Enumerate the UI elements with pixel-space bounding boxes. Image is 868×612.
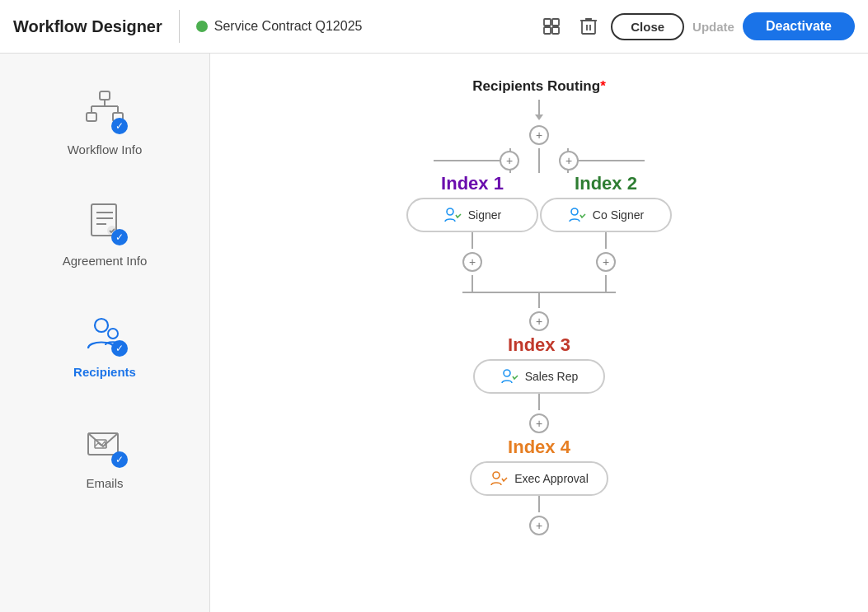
update-button[interactable]: Update — [692, 20, 734, 34]
svg-point-20 — [108, 329, 118, 339]
template-icon — [542, 16, 561, 36]
signer-icon-index1 — [443, 206, 462, 224]
signer-icon-index3 — [500, 367, 518, 385]
svg-rect-3 — [552, 27, 559, 34]
sidebar-item-recipients[interactable]: ✓ Recipients — [0, 301, 209, 387]
agreement-info-icon-container: ✓ — [80, 198, 129, 247]
sidebar-item-agreement-info[interactable]: ✓ Agreement Info — [0, 189, 209, 276]
index1-recipient-label: Signer — [468, 208, 501, 222]
svg-rect-1 — [552, 19, 559, 26]
delete-icon — [579, 16, 598, 36]
workflow-canvas: Recipients Routing* + + — [210, 54, 868, 612]
delete-button[interactable] — [575, 12, 603, 41]
branch-row: + Index 1 Signer — [406, 148, 672, 292]
svg-rect-4 — [582, 21, 595, 34]
add-after-index2[interactable]: + — [596, 252, 616, 272]
sidebar-item-workflow-info[interactable]: ✓ Workflow Info — [0, 78, 209, 165]
sidebar-item-agreement-info-label: Agreement Info — [63, 254, 148, 268]
routing-label: Recipients Routing* — [472, 78, 606, 95]
workflow-name: Service Contract Q12025 — [214, 19, 363, 34]
add-after-index1[interactable]: + — [462, 252, 482, 272]
agreement-info-badge: ✓ — [111, 229, 128, 245]
sidebar: ✓ Workflow Info ✓ Agreement Info — [0, 54, 210, 612]
signer-icon-index4 — [490, 470, 508, 488]
index4-recipient-box[interactable]: Exec Approval — [470, 461, 608, 496]
index4-label: Index 4 — [508, 437, 570, 458]
template-icon-button[interactable] — [537, 12, 566, 41]
index3-section: Index 3 Sales Rep — [473, 334, 605, 410]
signer-icon-index2 — [568, 206, 586, 224]
deactivate-button[interactable]: Deactivate — [743, 12, 855, 40]
app-title: Workflow Designer — [13, 17, 162, 36]
status-dot — [196, 21, 208, 32]
svg-rect-2 — [544, 27, 551, 34]
workflow-status: Service Contract Q12025 — [196, 19, 363, 34]
svg-rect-0 — [544, 19, 551, 26]
sidebar-item-recipients-label: Recipients — [73, 365, 136, 379]
svg-rect-7 — [100, 91, 110, 100]
recipients-badge: ✓ — [111, 340, 128, 357]
sidebar-item-workflow-info-label: Workflow Info — [68, 142, 143, 157]
recipients-icon-container: ✓ — [80, 309, 129, 358]
add-before-index1[interactable]: + — [500, 151, 519, 171]
parallel-section: + Index 1 Signer — [406, 148, 672, 308]
index4-section: Index 4 Exec Approval — [470, 437, 608, 512]
sidebar-item-emails-label: Emails — [86, 476, 123, 490]
index3-recipient-box[interactable]: Sales Rep — [473, 359, 605, 394]
arrow-1 — [535, 100, 543, 120]
index3-label: Index 3 — [508, 334, 570, 356]
header: Workflow Designer Service Contract Q1202… — [0, 0, 868, 54]
header-divider — [179, 10, 180, 43]
branch-index1: + Index 1 Signer — [406, 148, 538, 292]
emails-badge: ✓ — [111, 451, 128, 468]
header-actions: Close Update Deactivate — [537, 12, 855, 41]
index3-recipient-label: Sales Rep — [525, 370, 579, 383]
svg-rect-8 — [87, 113, 96, 121]
index1-label: Index 1 — [441, 173, 504, 194]
svg-point-24 — [571, 208, 578, 215]
add-step-3[interactable]: + — [529, 311, 549, 331]
required-marker: * — [600, 78, 606, 94]
index2-recipient-label: Co Signer — [593, 208, 644, 222]
close-button[interactable]: Close — [611, 13, 684, 40]
converge-row — [462, 292, 616, 308]
main-layout: ✓ Workflow Info ✓ Agreement Info — [0, 54, 868, 612]
sidebar-item-emails[interactable]: ✓ Emails — [0, 412, 209, 498]
index2-recipient-box[interactable]: Co Signer — [540, 198, 672, 232]
svg-point-19 — [95, 319, 108, 332]
svg-point-25 — [504, 370, 510, 376]
svg-point-23 — [447, 208, 453, 215]
workflow-diagram: Recipients Routing* + + — [292, 78, 786, 539]
branch-index2: + Index 2 Co Signer — [540, 148, 672, 292]
add-step-bottom[interactable]: + — [529, 516, 549, 535]
index1-recipient-box[interactable]: Signer — [406, 198, 538, 232]
svg-point-26 — [493, 472, 500, 479]
add-step-top[interactable]: + — [529, 125, 549, 145]
add-step-4[interactable]: + — [529, 413, 549, 433]
workflow-info-badge: ✓ — [111, 118, 128, 134]
index2-label: Index 2 — [575, 173, 637, 194]
index4-recipient-label: Exec Approval — [514, 472, 589, 485]
add-before-index2[interactable]: + — [559, 151, 579, 171]
workflow-info-icon-container: ✓ — [80, 86, 129, 136]
emails-icon-container: ✓ — [80, 420, 129, 470]
